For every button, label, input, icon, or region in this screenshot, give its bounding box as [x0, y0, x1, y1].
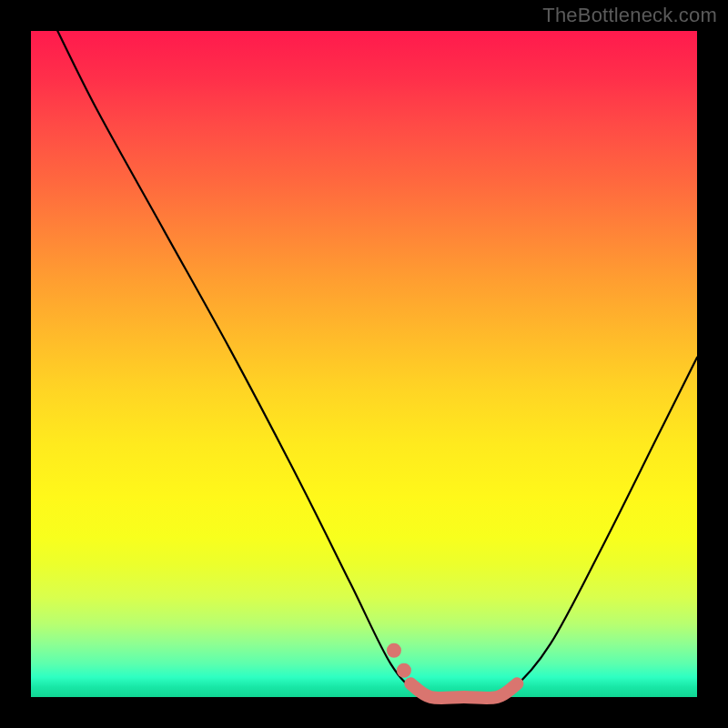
watermark-text: TheBottleneck.com	[542, 4, 717, 27]
chart-frame: TheBottleneck.com	[0, 0, 728, 728]
curve-svg	[31, 31, 697, 697]
plot-area	[31, 31, 697, 697]
optimal-zone-highlight	[410, 683, 517, 698]
highlight-dot	[387, 643, 401, 658]
bottleneck-curve	[57, 31, 697, 698]
highlight-dot	[397, 663, 411, 678]
